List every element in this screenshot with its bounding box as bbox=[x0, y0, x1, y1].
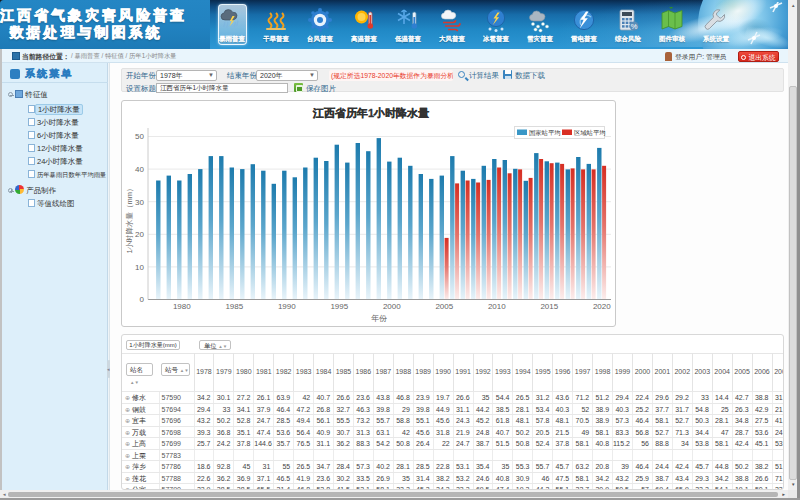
svg-text:1985: 1985 bbox=[225, 302, 243, 311]
svg-text:1990: 1990 bbox=[278, 302, 296, 311]
svg-text:50: 50 bbox=[135, 132, 144, 141]
svg-text:1小时降水量（mm）: 1小时降水量（mm） bbox=[125, 184, 134, 253]
svg-text:%: % bbox=[631, 22, 638, 31]
svg-text:10: 10 bbox=[135, 263, 144, 272]
svg-text:国家站平均: 国家站平均 bbox=[529, 129, 560, 137]
svg-text:30: 30 bbox=[135, 198, 144, 207]
svg-text:江西省历年1小时降水量: 江西省历年1小时降水量 bbox=[312, 107, 429, 119]
svg-text:2015: 2015 bbox=[540, 302, 558, 311]
svg-text:年份: 年份 bbox=[371, 314, 387, 323]
svg-text:2000: 2000 bbox=[383, 302, 401, 311]
svg-text:区域站平均: 区域站平均 bbox=[574, 129, 605, 136]
svg-text:2020: 2020 bbox=[593, 302, 611, 311]
svg-text:0: 0 bbox=[140, 295, 145, 304]
svg-text:2005: 2005 bbox=[435, 302, 453, 311]
svg-text:20: 20 bbox=[135, 230, 144, 239]
svg-text:2010: 2010 bbox=[488, 302, 506, 311]
svg-text:1995: 1995 bbox=[330, 302, 348, 311]
svg-text:1980: 1980 bbox=[173, 302, 191, 311]
svg-text:40: 40 bbox=[135, 165, 144, 174]
